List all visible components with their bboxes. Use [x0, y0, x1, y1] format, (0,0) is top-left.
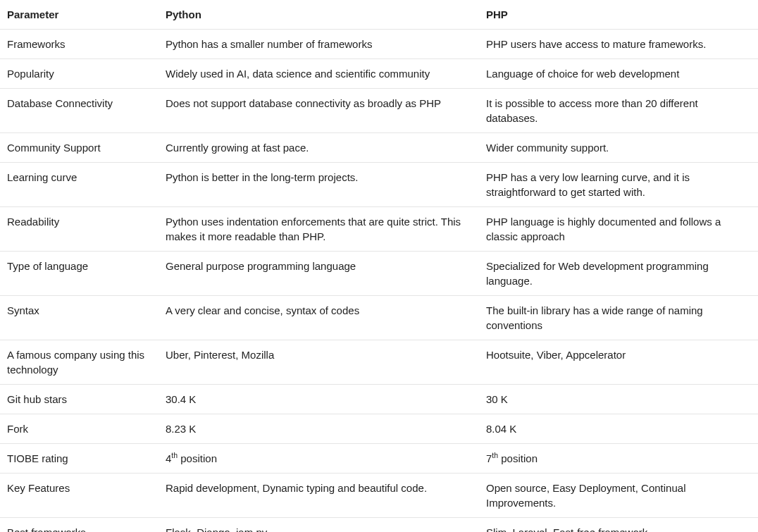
cell-parameter: Community Support [0, 133, 159, 163]
table-row: Learning curvePython is better in the lo… [0, 163, 758, 207]
rank-suffix: position [498, 452, 538, 464]
cell-parameter: Readability [0, 207, 159, 252]
cell-parameter: Learning curve [0, 163, 159, 207]
cell-parameter: Fork [0, 414, 159, 444]
table-row: A famous company using this technologyUb… [0, 340, 758, 385]
comparison-table: Parameter Python PHP FrameworksPython ha… [0, 0, 758, 532]
table-row: Community SupportCurrently growing at fa… [0, 133, 758, 163]
rank-suffix: position [178, 452, 217, 464]
cell-python: Widely used in AI, data science and scie… [159, 59, 479, 89]
cell-parameter: Key Features [0, 474, 159, 518]
header-php: PHP [479, 0, 758, 30]
cell-python: A very clear and concise, syntax of code… [159, 296, 479, 340]
cell-php: The built-in library has a wide range of… [479, 296, 758, 340]
cell-parameter: Database Connectivity [0, 89, 159, 133]
cell-python: Python has a smaller number of framework… [159, 30, 479, 59]
table-row: PopularityWidely used in AI, data scienc… [0, 59, 758, 89]
cell-php: 30 K [479, 385, 758, 414]
cell-php: Specialized for Web development programm… [479, 252, 758, 296]
cell-python: General purpose programming language [159, 252, 479, 296]
table-row: FrameworksPython has a smaller number of… [0, 30, 758, 59]
cell-parameter: Syntax [0, 296, 159, 340]
cell-php: 8.04 K [479, 414, 758, 444]
cell-python: 30.4 K [159, 385, 479, 414]
cell-python: Python is better in the long-term projec… [159, 163, 479, 207]
cell-php: Hootsuite, Viber, Appcelerator [479, 340, 758, 385]
cell-python: Flask, Django, jam.py. [159, 518, 479, 533]
cell-parameter: Popularity [0, 59, 159, 89]
table-row: Database ConnectivityDoes not support da… [0, 89, 758, 133]
table-row: Git hub stars30.4 K30 K [0, 385, 758, 414]
cell-php: PHP has a very low learning curve, and i… [479, 163, 758, 207]
table-row: TIOBE rating4th position7th position [0, 444, 758, 474]
cell-php: It is possible to access more than 20 di… [479, 89, 758, 133]
cell-parameter: Type of language [0, 252, 159, 296]
cell-python: 8.23 K [159, 414, 479, 444]
cell-php: PHP users have access to mature framewor… [479, 30, 758, 59]
table-row: Fork8.23 K8.04 K [0, 414, 758, 444]
cell-php: PHP language is highly documented and fo… [479, 207, 758, 252]
cell-python: 4th position [159, 444, 479, 474]
cell-parameter: Best frameworks [0, 518, 159, 533]
header-parameter: Parameter [0, 0, 159, 30]
table-row: SyntaxA very clear and concise, syntax o… [0, 296, 758, 340]
table-row: Key FeaturesRapid development, Dynamic t… [0, 474, 758, 518]
cell-php: Language of choice for web development [479, 59, 758, 89]
cell-python: Rapid development, Dynamic typing and be… [159, 474, 479, 518]
cell-parameter: Frameworks [0, 30, 159, 59]
table-row: ReadabilityPython uses indentation enfor… [0, 207, 758, 252]
cell-php: Wider community support. [479, 133, 758, 163]
header-python: Python [159, 0, 479, 30]
cell-php: Slim, Laravel, Fast-free framework. [479, 518, 758, 533]
cell-php: Open source, Easy Deployment, Continual … [479, 474, 758, 518]
rank-ordinal: th [492, 451, 498, 459]
cell-python: Does not support database connectivity a… [159, 89, 479, 133]
cell-parameter: Git hub stars [0, 385, 159, 414]
rank-ordinal: th [171, 451, 178, 459]
cell-python: Currently growing at fast pace. [159, 133, 479, 163]
cell-python: Uber, Pinterest, Mozilla [159, 340, 479, 385]
cell-parameter: A famous company using this technology [0, 340, 159, 385]
cell-python: Python uses indentation enforcements tha… [159, 207, 479, 252]
table-header-row: Parameter Python PHP [0, 0, 758, 30]
cell-php: 7th position [479, 444, 758, 474]
table-row: Best frameworksFlask, Django, jam.py.Sli… [0, 518, 758, 533]
cell-parameter: TIOBE rating [0, 444, 159, 474]
table-row: Type of languageGeneral purpose programm… [0, 252, 758, 296]
